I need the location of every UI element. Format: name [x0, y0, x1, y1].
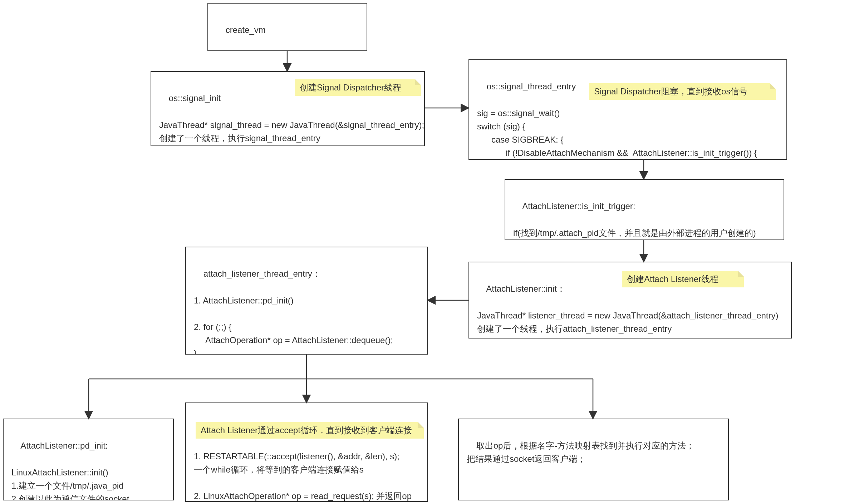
diagram-canvas: create_vm os::signal_init(CHECK_JNI_ERR)…	[0, 0, 849, 504]
note-signal-dispatcher: 创建Signal Dispatcher线程	[295, 79, 421, 96]
node-text: create_vm os::signal_init(CHECK_JNI_ERR)…	[216, 25, 347, 51]
note-text: Attach Listener通过accept循环，直到接收到客户端连接	[201, 425, 412, 435]
node-attach-listener-thread-entry: attach_listener_thread_entry： 1. AttachL…	[185, 247, 428, 355]
node-text: os::signal_init JavaThread* signal_threa…	[159, 93, 424, 143]
node-text: 取出op后，根据名字-方法映射表找到并执行对应的方法； 把结果通过socket返…	[467, 441, 695, 464]
note-signal-dispatcher-block: Signal Dispatcher阻塞，直到接收os信号	[589, 83, 776, 100]
node-dequeue: LinuxAttachListener::dequeue: 1. RESTART…	[185, 402, 428, 502]
note-create-attach-listener: 创建Attach Listener线程	[622, 271, 744, 287]
note-text: 创建Attach Listener线程	[627, 274, 718, 284]
node-text: AttachListener::is_init_trigger: if(找到/t…	[513, 201, 756, 240]
node-is-init-trigger: AttachListener::is_init_trigger: if(找到/t…	[505, 179, 784, 240]
node-text: AttachListener::pd_init: LinuxAttachList…	[11, 441, 129, 500]
node-op-dispatch: 取出op后，根据名字-方法映射表找到并执行对应的方法； 把结果通过socket返…	[458, 419, 729, 500]
node-signal-thread-entry: os::signal_thread_entry sig = os::signal…	[468, 59, 787, 160]
note-text: 创建Signal Dispatcher线程	[300, 83, 401, 92]
node-create-vm: create_vm os::signal_init(CHECK_JNI_ERR)…	[207, 3, 367, 51]
node-text: attach_listener_thread_entry： 1. AttachL…	[194, 269, 393, 355]
note-accept-loop: Attach Listener通过accept循环，直到接收到客户端连接	[196, 422, 424, 439]
node-pd-init: AttachListener::pd_init: LinuxAttachList…	[3, 419, 174, 500]
node-text: AttachListener::init： JavaThread* listen…	[477, 284, 778, 333]
note-text: Signal Dispatcher阻塞，直到接收os信号	[594, 87, 747, 96]
